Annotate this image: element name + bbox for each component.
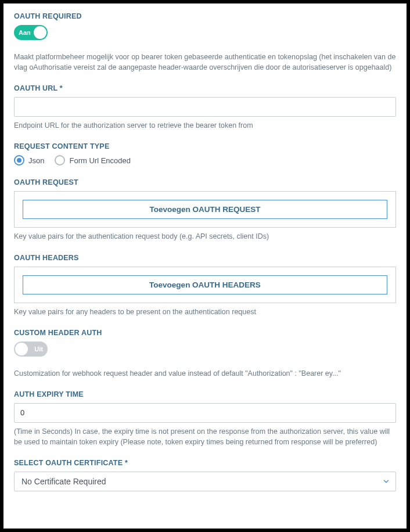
oauth-url-label: OAUTH URL * (14, 84, 396, 92)
radio-form-text: Form Url Encoded (69, 156, 130, 165)
oauth-url-help: Endpoint URL for the authorization serve… (14, 120, 396, 131)
request-content-type-label: REQUEST CONTENT TYPE (14, 142, 396, 150)
radio-form-circle (55, 155, 65, 166)
oauth-headers-section: OAUTH HEADERS Toevoegen OAUTH HEADERS Ke… (14, 254, 396, 317)
oauth-required-toggle[interactable]: Aan (14, 25, 48, 40)
oauth-headers-label: OAUTH HEADERS (14, 254, 396, 262)
radio-json-text: Json (28, 156, 44, 165)
radio-json[interactable]: Json (14, 155, 44, 166)
custom-header-auth-section: CUSTOM HEADER AUTH Uit Customization for… (14, 329, 396, 379)
toggle-knob (34, 26, 46, 39)
oauth-required-help: Maakt platformbeheer mogelijk voor op be… (14, 52, 396, 73)
content-type-radio-group: Json Form Url Encoded (14, 155, 396, 166)
oauth-request-help: Key value pairs for the authentication r… (14, 231, 396, 242)
oauth-config-form: OAUTH REQUIRED Aan Maakt platformbeheer … (3, 3, 407, 529)
select-oauth-certificate-section: SELECT OAUTH CERTIFICATE * No Certificat… (14, 459, 396, 491)
toggle-off-text: Uit (34, 346, 43, 353)
oauth-certificate-select[interactable]: No Certificate Required (14, 472, 396, 491)
custom-header-auth-help: Customization for webhook request header… (14, 368, 396, 379)
select-oauth-certificate-label: SELECT OAUTH CERTIFICATE * (14, 459, 396, 467)
oauth-request-label: OAUTH REQUEST (14, 178, 396, 186)
auth-expiry-time-help: (Time in Seconds) In case, the expiry ti… (14, 426, 396, 447)
auth-expiry-time-input[interactable] (14, 403, 396, 423)
oauth-request-panel: Toevoegen OAUTH REQUEST (14, 191, 396, 228)
auth-expiry-time-label: AUTH EXPIRY TIME (14, 390, 396, 398)
oauth-headers-help: Key value pairs for any headers to be pr… (14, 307, 396, 317)
oauth-required-label: OAUTH REQUIRED (14, 12, 396, 20)
radio-form-url-encoded[interactable]: Form Url Encoded (55, 155, 130, 166)
oauth-certificate-selected: No Certificate Required (14, 472, 396, 491)
custom-header-auth-toggle[interactable]: Uit (14, 342, 48, 357)
oauth-request-section: OAUTH REQUEST Toevoegen OAUTH REQUEST Ke… (14, 178, 396, 242)
custom-header-auth-label: CUSTOM HEADER AUTH (14, 329, 396, 337)
radio-json-circle (14, 155, 24, 166)
toggle-knob (15, 343, 28, 355)
add-oauth-headers-button[interactable]: Toevoegen OAUTH HEADERS (23, 275, 387, 294)
oauth-url-section: OAUTH URL * Endpoint URL for the authori… (14, 84, 396, 131)
request-content-type-section: REQUEST CONTENT TYPE Json Form Url Encod… (14, 142, 396, 166)
oauth-required-section: OAUTH REQUIRED Aan Maakt platformbeheer … (14, 12, 396, 73)
toggle-on-text: Aan (19, 29, 31, 36)
add-oauth-request-button[interactable]: Toevoegen OAUTH REQUEST (23, 200, 387, 219)
oauth-url-input[interactable] (14, 97, 396, 117)
oauth-headers-panel: Toevoegen OAUTH HEADERS (14, 267, 396, 303)
auth-expiry-time-section: AUTH EXPIRY TIME (Time in Seconds) In ca… (14, 390, 396, 447)
